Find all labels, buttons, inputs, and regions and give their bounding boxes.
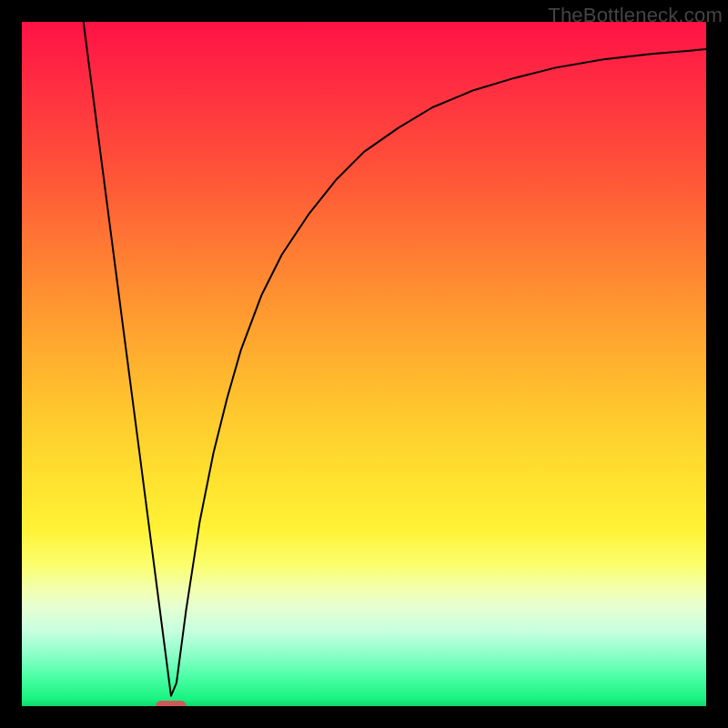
plot-background — [22, 22, 706, 706]
chart-frame: TheBottleneck.com — [0, 0, 728, 728]
